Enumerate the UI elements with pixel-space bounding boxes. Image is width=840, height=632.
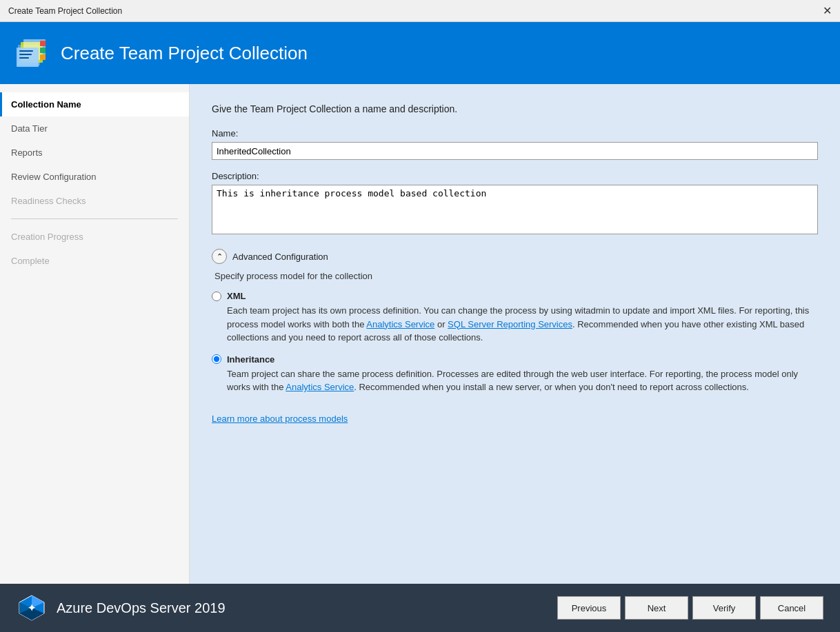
xml-description: Each team project has its own process de… bbox=[212, 304, 818, 345]
footer-buttons: Previous Next Verify Cancel bbox=[557, 596, 823, 620]
verify-button[interactable]: Verify bbox=[692, 596, 756, 620]
sidebar-item-collection-name[interactable]: Collection Name bbox=[0, 92, 189, 116]
xml-radio-row: XML bbox=[212, 291, 818, 301]
footer-brand: ✦ Azure DevOps Server 2019 bbox=[17, 593, 226, 623]
advanced-config-title: Advanced Configuration bbox=[232, 252, 328, 262]
xml-radio-input[interactable] bbox=[212, 292, 221, 301]
name-input[interactable] bbox=[212, 142, 818, 160]
xml-radio-label[interactable]: XML bbox=[227, 291, 246, 301]
content-intro: Give the Team Project Collection a name … bbox=[212, 103, 818, 114]
svg-rect-4 bbox=[19, 50, 33, 52]
footer-logo-icon: ✦ bbox=[17, 593, 47, 623]
sidebar-item-complete: Complete bbox=[0, 249, 189, 273]
footer: ✦ Azure DevOps Server 2019 Previous Next… bbox=[0, 584, 840, 632]
chevron-up-icon[interactable]: ⌃ bbox=[212, 249, 227, 264]
xml-radio-option: XML Each team project has its own proces… bbox=[212, 291, 818, 345]
analytics-service-link-1[interactable]: Analytics Service bbox=[366, 319, 434, 329]
header-icon bbox=[14, 35, 50, 71]
close-button[interactable]: ✕ bbox=[823, 6, 832, 17]
sidebar-item-readiness-checks: Readiness Checks bbox=[0, 189, 189, 213]
cancel-button[interactable]: Cancel bbox=[760, 596, 823, 620]
svg-rect-8 bbox=[40, 48, 46, 53]
header-title: Create Team Project Collection bbox=[61, 43, 308, 64]
svg-rect-6 bbox=[19, 57, 29, 59]
content-area: Give the Team Project Collection a name … bbox=[190, 84, 840, 584]
header-banner: Create Team Project Collection bbox=[0, 22, 840, 84]
inheritance-radio-input[interactable] bbox=[212, 354, 221, 364]
process-model-subtitle: Specify process model for the collection bbox=[212, 271, 818, 281]
sql-server-reporting-link[interactable]: SQL Server Reporting Services bbox=[448, 319, 572, 329]
title-bar: Create Team Project Collection ✕ bbox=[0, 0, 840, 22]
sidebar-item-data-tier[interactable]: Data Tier bbox=[0, 116, 189, 141]
next-button[interactable]: Next bbox=[625, 596, 688, 620]
sidebar-divider bbox=[11, 218, 178, 219]
learn-more-link[interactable]: Learn more about process models bbox=[212, 414, 348, 424]
svg-text:✦: ✦ bbox=[28, 602, 36, 613]
sidebar-item-reports[interactable]: Reports bbox=[0, 141, 189, 165]
sidebar: Collection Name Data Tier Reports Review… bbox=[0, 84, 190, 584]
name-label: Name: bbox=[212, 128, 818, 139]
title-bar-text: Create Team Project Collection bbox=[8, 6, 122, 16]
svg-rect-9 bbox=[40, 54, 46, 60]
description-label: Description: bbox=[212, 171, 818, 181]
inheritance-description: Team project can share the same process … bbox=[212, 367, 818, 394]
inheritance-radio-label[interactable]: Inheritance bbox=[227, 354, 274, 365]
svg-rect-7 bbox=[40, 41, 46, 46]
advanced-config-header[interactable]: ⌃ Advanced Configuration bbox=[212, 249, 818, 264]
inheritance-radio-option: Inheritance Team project can share the s… bbox=[212, 354, 818, 394]
description-textarea[interactable]: This is inheritance process model based … bbox=[212, 185, 818, 234]
sidebar-item-review-configuration[interactable]: Review Configuration bbox=[0, 165, 189, 189]
main-area: Collection Name Data Tier Reports Review… bbox=[0, 84, 840, 584]
previous-button[interactable]: Previous bbox=[557, 596, 621, 620]
sidebar-item-creation-progress: Creation Progress bbox=[0, 225, 189, 249]
inheritance-radio-row: Inheritance bbox=[212, 354, 818, 365]
footer-brand-title: Azure DevOps Server 2019 bbox=[57, 600, 226, 616]
svg-rect-5 bbox=[19, 54, 32, 55]
learn-more-section: Learn more about process models bbox=[212, 408, 818, 424]
analytics-service-link-2[interactable]: Analytics Service bbox=[286, 382, 354, 392]
